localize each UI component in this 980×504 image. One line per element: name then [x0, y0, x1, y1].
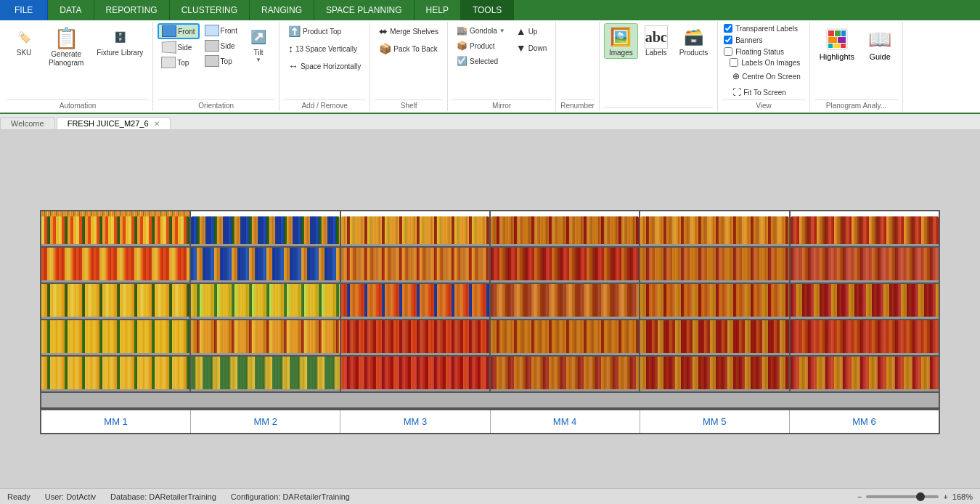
zoom-out-btn[interactable]: −: [857, 492, 862, 501]
labels-on-images-check[interactable]: Labels On Images: [728, 57, 805, 68]
shelf-unit-5-row-1: [640, 211, 790, 246]
generate-planogram-button[interactable]: 📋 Generate Planogram: [42, 23, 90, 70]
space-vertically-button[interactable]: ↕️ 13 Space Vertically: [284, 41, 362, 57]
merge-shelves-button[interactable]: ⬌ Merge Shelves: [375, 23, 443, 39]
tab-ranging[interactable]: RANGING: [250, 0, 314, 20]
tab-data[interactable]: DATA: [48, 0, 94, 20]
mm-label-3: MM 3: [340, 410, 490, 433]
top-btn-2[interactable]: Top: [201, 54, 241, 68]
tilt-button[interactable]: ↗️ Tilt ▼: [242, 23, 274, 65]
top-btn-1[interactable]: Top: [158, 55, 199, 70]
up-button[interactable]: ▲ Up: [512, 23, 551, 39]
mm-labels: MM 1 MM 2 MM 3 MM 4 MM 5 MM 6: [41, 409, 939, 433]
shelf-unit-4-row-1: [491, 211, 640, 246]
shelf-unit-3-row-1: [341, 211, 491, 246]
product-top-button[interactable]: ⬆️ Product Top: [284, 23, 346, 39]
zoom-slider[interactable]: [866, 495, 939, 498]
svg-rect-8: [841, 44, 846, 48]
shelf-unit-1-row-1: [41, 211, 191, 246]
shelf-label: Shelf: [375, 99, 443, 110]
tab-help[interactable]: HELP: [415, 0, 461, 20]
mm-label-5: MM 5: [640, 410, 790, 433]
fixture-library-button[interactable]: 🗄️ Fixture Library: [91, 23, 148, 59]
view-label: View: [722, 99, 805, 110]
mm-label-1: MM 1: [41, 410, 191, 433]
images-icon: 🖼️: [609, 25, 632, 49]
space-horizontally-icon: ↔️: [288, 60, 298, 72]
product-button[interactable]: 📦 Product: [452, 38, 510, 53]
space-vertically-icon: ↕️: [288, 43, 293, 54]
automation-label: Automation: [7, 99, 148, 110]
shelf-unit-2-row-1: [191, 211, 340, 246]
fit-to-screen-button[interactable]: ⛶ Fit To Screen: [728, 85, 805, 99]
group-shelf: ⬌ Merge Shelves 📦 Pack To Back Shelf: [370, 22, 448, 111]
tab-fresh-juice[interactable]: FRESH JUICE_M27_6 ✕: [57, 117, 171, 129]
tab-welcome[interactable]: Welcome: [0, 117, 55, 129]
front-btn-1[interactable]: Front: [158, 23, 199, 39]
floating-status-check[interactable]: Floating Status: [722, 46, 799, 57]
highlights-button[interactable]: Highlights: [814, 23, 859, 64]
banners-check[interactable]: Banners: [722, 35, 799, 45]
generate-icon: 📋: [54, 26, 79, 50]
mm-label-4: MM 4: [491, 410, 640, 433]
labels-button[interactable]: abc Labels: [640, 23, 673, 59]
ribbon-content: 🏷️ SKU 📋 Generate Planogram 🗄️ Fixture L…: [0, 20, 980, 114]
svg-rect-3: [841, 31, 846, 36]
front-icon-1: [162, 25, 176, 37]
tab-clustering[interactable]: CLUSTERING: [170, 0, 250, 20]
planogram: MM 1 MM 2 MM 3 MM 4 MM 5 MM 6: [40, 210, 940, 434]
selected-icon: ☑️: [457, 56, 467, 66]
tab-reporting[interactable]: REPORTING: [94, 0, 170, 20]
group-automation: 🏷️ SKU 📋 Generate Planogram 🗄️ Fixture L…: [3, 22, 153, 111]
fixture-icon: 🗄️: [108, 25, 131, 49]
tab-tools[interactable]: TOOLS: [461, 0, 514, 20]
guide-button[interactable]: 📖 Guide: [862, 23, 898, 64]
images-label: [604, 107, 713, 110]
images-button[interactable]: 🖼️ Images: [604, 23, 638, 59]
down-button[interactable]: ▼ Down: [512, 40, 551, 56]
gondola-button[interactable]: 🏬 Gondola ▼: [452, 23, 510, 38]
main-area: MM 1 MM 2 MM 3 MM 4 MM 5 MM 6: [0, 130, 980, 504]
side-btn-2[interactable]: Side: [201, 38, 241, 53]
top-icon-2: [205, 55, 219, 67]
tilt-icon: ↗️: [248, 25, 269, 49]
space-horizontally-button[interactable]: ↔️ Space Horizontally: [284, 58, 365, 74]
zoom-control: − + 168%: [857, 492, 973, 501]
transparent-labels-check[interactable]: Transparent Labels: [722, 23, 799, 33]
centre-on-screen-button[interactable]: ⊕ Centre On Screen: [728, 69, 805, 84]
side-btn-1[interactable]: Side: [158, 40, 199, 54]
group-orientation: Front Side Top Front Side: [153, 22, 279, 111]
mirror-label: Mirror: [452, 99, 551, 110]
products-button[interactable]: 🗃️ Products: [674, 23, 713, 59]
close-tab-icon[interactable]: ✕: [154, 120, 160, 128]
pack-to-back-button[interactable]: 📦 Pack To Back: [375, 41, 441, 57]
tab-space-planning[interactable]: SPACE PLANNING: [314, 0, 414, 20]
zoom-in-btn[interactable]: +: [943, 492, 947, 501]
svg-rect-5: [838, 37, 846, 43]
sku-button[interactable]: 🏷️ SKU: [7, 23, 41, 59]
centre-icon: ⊕: [732, 71, 740, 81]
orientation-label: Orientation: [158, 99, 274, 110]
shelf-row-4: [41, 320, 939, 357]
status-bar: Ready User: DotActiv Database: DARetaile…: [0, 488, 980, 504]
zoom-thumb: [916, 492, 925, 501]
shelf-row-2: [41, 248, 939, 284]
group-planogram-analysis: Highlights 📖 Guide Planogram Analy...: [810, 22, 903, 111]
shelf-row-1: [41, 211, 939, 248]
merge-icon: ⬌: [379, 25, 388, 37]
pack-icon: 📦: [379, 43, 391, 54]
status-text: Ready: [7, 492, 30, 501]
tab-file[interactable]: FILE: [0, 0, 48, 20]
svg-rect-7: [833, 44, 840, 48]
front-btn-2[interactable]: Front: [201, 23, 241, 38]
svg-rect-2: [835, 31, 841, 36]
group-mirror: 🏬 Gondola ▼ 📦 Product ☑️ Selected ▲ Up: [448, 22, 556, 111]
mm-label-2: MM 2: [191, 410, 340, 433]
tilt-dropdown: ▼: [256, 57, 261, 63]
sku-icon: 🏷️: [12, 25, 36, 49]
product-icon: 📦: [457, 41, 467, 51]
svg-rect-4: [828, 37, 837, 43]
selected-button[interactable]: ☑️ Selected: [452, 54, 510, 68]
base-shelf: [41, 393, 939, 409]
renumber-label: Renumber: [560, 99, 595, 110]
